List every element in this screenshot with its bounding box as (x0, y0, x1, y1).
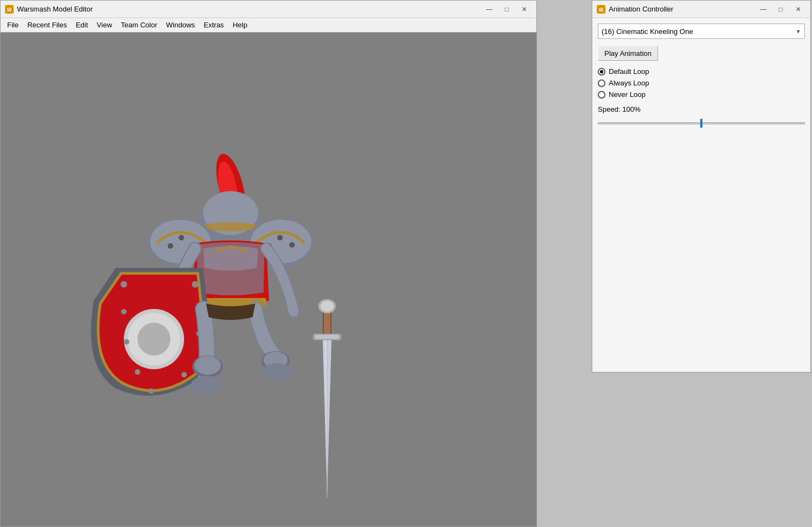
svg-rect-41 (315, 335, 339, 339)
anim-title-bar: W Animation Controller — □ ✕ (592, 1, 810, 18)
radio-never-loop[interactable]: Never Loop (598, 90, 805, 99)
speed-slider-track[interactable] (598, 122, 805, 124)
editor-title-text: Warsmash Model Editor (17, 5, 482, 13)
editor-minimize-btn[interactable]: — (482, 3, 497, 15)
svg-text:W: W (7, 7, 12, 13)
speed-section: Speed: 100% (598, 105, 805, 129)
anim-minimize-btn[interactable]: — (756, 3, 771, 15)
svg-point-32 (191, 376, 221, 396)
app-icon: W (5, 5, 14, 14)
svg-point-15 (277, 235, 283, 240)
menu-edit[interactable]: Edit (71, 19, 92, 31)
dropdown-value: (16) Cinematic Kneeling One (602, 27, 693, 36)
editor-maximize-btn[interactable]: □ (499, 3, 514, 15)
menu-view[interactable]: View (93, 19, 117, 31)
viewport[interactable] (1, 32, 536, 526)
svg-text:W: W (599, 7, 604, 13)
knight-model (83, 114, 411, 498)
svg-point-25 (124, 339, 129, 345)
radio-default-loop-circle (598, 68, 605, 76)
menu-windows[interactable]: Windows (162, 19, 199, 31)
menu-extras[interactable]: Extras (199, 19, 228, 31)
svg-point-10 (179, 235, 184, 240)
speed-label: Speed: 100% (598, 105, 805, 113)
anim-controller-window: W Animation Controller — □ ✕ (16) Cinema… (592, 0, 811, 373)
editor-close-btn[interactable]: ✕ (517, 3, 532, 15)
menu-recent-files[interactable]: Recent Files (23, 19, 71, 31)
anim-app-icon: W (597, 5, 605, 14)
radio-always-loop[interactable]: Always Loop (598, 79, 805, 87)
loop-options-group: Default Loop Always Loop Never Loop (598, 67, 805, 99)
anim-content: (16) Cinematic Kneeling One ▼ Play Anima… (592, 18, 810, 134)
editor-window-controls: — □ ✕ (482, 3, 532, 15)
radio-always-loop-circle (598, 79, 605, 87)
svg-point-6 (202, 222, 259, 231)
svg-point-22 (192, 281, 198, 288)
anim-maximize-btn[interactable]: □ (773, 3, 788, 15)
menu-file[interactable]: File (3, 19, 23, 31)
svg-point-35 (261, 363, 294, 381)
radio-default-loop[interactable]: Default Loop (598, 67, 805, 76)
svg-point-23 (121, 309, 127, 314)
editor-window: W Warsmash Model Editor — □ ✕ File Recen… (0, 0, 537, 527)
svg-point-16 (289, 242, 295, 248)
svg-point-28 (181, 372, 187, 377)
editor-title-bar: W Warsmash Model Editor — □ ✕ (1, 1, 536, 18)
svg-point-20 (138, 323, 170, 356)
radio-always-loop-label: Always Loop (609, 79, 649, 87)
svg-point-29 (148, 388, 154, 394)
play-animation-button[interactable]: Play Animation (598, 45, 658, 61)
anim-close-btn[interactable]: ✕ (791, 3, 806, 15)
animation-dropdown[interactable]: (16) Cinematic Kneeling One ▼ (598, 24, 805, 39)
radio-never-loop-label: Never Loop (609, 90, 645, 99)
radio-default-loop-label: Default Loop (609, 67, 649, 76)
svg-point-21 (121, 281, 127, 288)
chevron-down-icon: ▼ (796, 28, 801, 35)
anim-title-text: Animation Controller (609, 5, 756, 13)
speed-slider-container (598, 118, 805, 129)
menu-bar: File Recent Files Edit View Team Color W… (1, 18, 536, 32)
svg-point-9 (168, 243, 173, 249)
svg-point-39 (321, 301, 334, 312)
svg-point-27 (135, 369, 140, 375)
anim-window-controls: — □ ✕ (756, 3, 806, 15)
menu-help[interactable]: Help (228, 19, 252, 31)
svg-point-31 (195, 356, 221, 375)
speed-slider-thumb[interactable] (700, 119, 702, 128)
menu-team-color[interactable]: Team Color (117, 19, 162, 31)
radio-never-loop-circle (598, 91, 605, 99)
